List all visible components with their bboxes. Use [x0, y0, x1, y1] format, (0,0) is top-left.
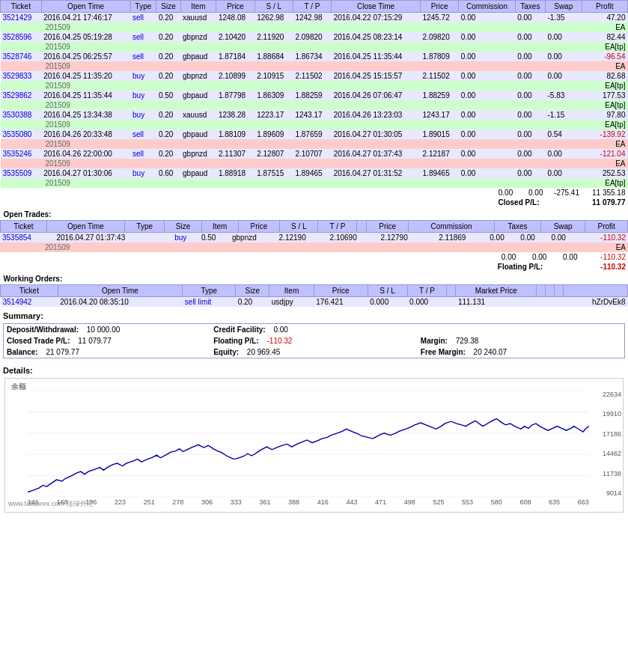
ct-cprice: 1.89465 [421, 168, 459, 178]
ct-total-comm: 0.00 [459, 188, 515, 198]
ct-type: buy [130, 91, 156, 100]
ct-totals-empty [1, 188, 459, 198]
ot-total-profit: -110.32 [579, 252, 628, 262]
ct-sub-id: 201509 [1, 159, 421, 168]
wo-col-mktprice: Market Price [456, 285, 537, 297]
ct-type: sell [130, 13, 156, 23]
ct-sub-empty [421, 178, 582, 188]
ct-taxes: 0.00 [515, 52, 545, 61]
watermark: www.talktorex.com 佳绿外汇 [8, 499, 94, 509]
ct-profit: -139.92 [582, 129, 628, 139]
ct-closetime: 2016.04.25 11:35:44 [332, 52, 421, 61]
xaxis-416: 416 [317, 498, 329, 512]
ct-total-swap: -275.41 [545, 188, 582, 198]
ct-profit: 82.68 [582, 71, 628, 81]
ct-total-taxes: 0.00 [515, 188, 545, 198]
ct-cprice: 1243.17 [421, 110, 459, 120]
ct-price: 1.87184 [216, 52, 254, 61]
ct-profit: -96.54 [582, 52, 628, 61]
ct-ticket: 3529833 [1, 71, 42, 81]
summary-row-2: Closed Trade P/L: 11 079.77 Floating P/L… [4, 335, 625, 346]
ct-sub-element: EA[tp] [582, 120, 628, 129]
ot-taxes: 0.00 [518, 233, 549, 242]
wo-col-empty4 [554, 285, 563, 297]
ot-col-taxes: Taxes [495, 221, 541, 233]
ct-tp: 2.11502 [293, 71, 331, 81]
ct-tp: 1.86734 [293, 52, 331, 61]
ct-item: xauusd [180, 110, 216, 120]
yaxis-label-3: 14462 [590, 450, 621, 457]
ct-item: gbpnzd [180, 149, 216, 159]
ct-swap: 0.00 [545, 52, 582, 61]
working-orders-header-row: Working Orders: [1, 272, 628, 285]
chart-xaxis: 141 168 196 223 251 278 306 333 361 388 … [28, 498, 589, 512]
ct-cprice: 1.87809 [421, 52, 459, 61]
closed-trade-row: 3535509 2016.04.27 01:30:06 buy 0.60 gbp… [1, 168, 628, 178]
xaxis-443: 443 [346, 498, 357, 512]
xaxis-580: 580 [491, 498, 502, 512]
ct-sub-id: 201509 [1, 61, 421, 71]
xaxis-663: 663 [578, 498, 589, 512]
ct-swap: 0.00 [545, 32, 582, 42]
wo-col-price: Price [314, 285, 368, 297]
ot-total-comm: 0.00 [487, 252, 518, 262]
ct-swap: -5.83 [545, 91, 582, 100]
xaxis-635: 635 [549, 498, 560, 512]
ct-sl: 2.12807 [254, 149, 293, 159]
ct-type: buy [130, 71, 156, 81]
wo-empty [447, 297, 456, 308]
ct-taxes: 0.00 [515, 13, 545, 23]
ct-closetime: 2016.04.27 01:30:05 [332, 129, 421, 139]
wo-col-opentime: Open Time [58, 285, 183, 297]
wo-tag: hZrDvEk8 [563, 297, 627, 308]
closed-trade-row: 3528596 2016.04.25 05:19:28 sell 0.20 gb… [1, 32, 628, 42]
ct-cprice: 2.12187 [421, 149, 459, 159]
wo-type: sell limit [183, 297, 236, 308]
open-trades-data-table: 3535854 2016.04.27 01:37:43 buy 0.50 gbp… [0, 233, 628, 272]
wo-empty4 [554, 297, 563, 308]
ct-type: buy [130, 110, 156, 120]
freemargin-value: 20 240.07 [474, 348, 507, 356]
open-trades-totals-row: 0.00 0.00 0.00 -110.32 [0, 252, 628, 262]
summary-section: Summary: Deposit/Withdrawal: 10 000.00 C… [0, 307, 628, 363]
ct-size: 0.20 [156, 71, 180, 81]
ct-sub-empty [421, 22, 582, 32]
ct-ticket: 3529862 [1, 91, 42, 100]
ct-opentime: 2016.04.21 17:46:17 [41, 13, 130, 23]
ct-taxes: 0.00 [515, 149, 545, 159]
ct-swap: 0.00 [545, 149, 582, 159]
xaxis-608: 608 [519, 498, 531, 512]
closed-trade-row: 3530388 2016.04.25 13:34:38 buy 0.20 xau… [1, 110, 628, 120]
ct-closetime: 2016.04.26 13:23:03 [332, 110, 421, 120]
ct-size: 0.20 [156, 52, 180, 61]
ct-opentime: 2016.04.27 01:30:06 [41, 168, 130, 178]
ot-sub-id: 201509 [0, 242, 436, 252]
ot-empty [430, 233, 437, 242]
ct-sl: 1223.17 [254, 110, 293, 120]
ct-sl: 1262.98 [254, 13, 293, 23]
col-header-closetime: Close Time [332, 1, 421, 13]
wo-price: 176.421 [314, 297, 368, 308]
ct-taxes: 0.00 [515, 129, 545, 139]
ct-ticket: 3535080 [1, 129, 42, 139]
ct-closetime: 2016.04.25 08:23:14 [332, 32, 421, 42]
wo-col-empty [447, 285, 456, 297]
ct-taxes: 0.00 [515, 110, 545, 120]
closed-pl-row: Closed P/L: 11 079.77 [1, 198, 628, 207]
ct-ticket: 3528596 [1, 32, 42, 42]
deposit-value: 10 000.00 [87, 326, 121, 334]
floating-pl-value: -110.32 [266, 337, 292, 345]
ct-comm: 0.00 [459, 32, 515, 42]
summary-closed-pl-cell: Closed Trade P/L: 11 079.77 [4, 335, 211, 346]
col-header-type: Type [130, 1, 156, 13]
closed-trades-totals-row: 0.00 0.00 -275.41 11 355.18 [1, 188, 628, 198]
ct-opentime: 2016.04.25 05:19:28 [41, 32, 130, 42]
summary-floating-pl-cell: Floating P/L: -110.32 [210, 335, 418, 346]
ct-sub-id: 201509 [1, 22, 421, 32]
ot-swap: 0.00 [549, 233, 579, 242]
summary-freemargin-cell: Free Margin: 20 240.07 [418, 346, 625, 358]
wo-col-size: Size [236, 285, 269, 297]
ct-taxes: 0.00 [515, 168, 545, 178]
ct-size: 0.20 [156, 149, 180, 159]
ct-taxes: 0.00 [515, 71, 545, 81]
